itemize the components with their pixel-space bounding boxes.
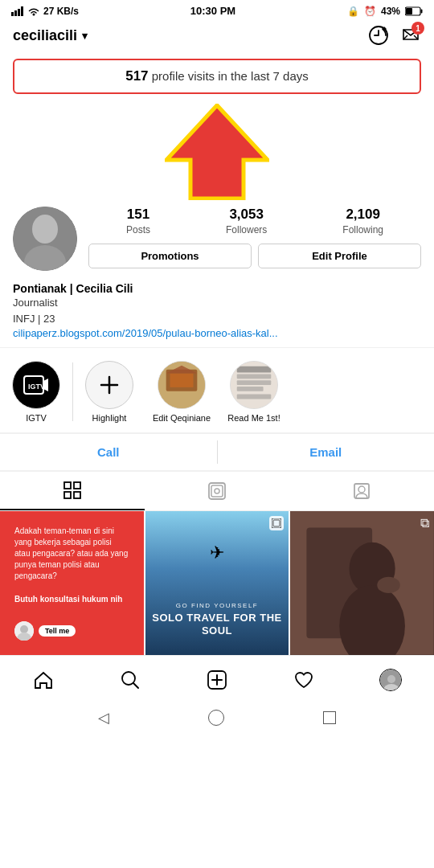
arrow-container xyxy=(0,100,434,200)
contact-row: Call Email xyxy=(0,433,434,471)
grid-cell-1[interactable]: Adakah teman-teman di sini yang bekerja … xyxy=(0,511,144,655)
igtv-circle: IGTV xyxy=(12,361,60,409)
bio-link[interactable]: cilipaperz.blogspot.com/2019/05/pulau-bo… xyxy=(13,327,278,339)
followers-stat[interactable]: 3,053 Followers xyxy=(226,207,267,235)
photo-grid: Adakah teman-teman di sini yang bekerja … xyxy=(0,511,434,655)
posts-count: 151 xyxy=(126,207,150,223)
lock-icon: 🔒 xyxy=(347,6,359,17)
travel-post: ✈ GO FIND YOURSELF SOLO TRAVEL FOR THE S… xyxy=(145,511,289,655)
bio-infj: INFJ | 23 xyxy=(13,311,421,327)
svg-rect-30 xyxy=(74,482,80,489)
stats-row: 151 Posts 3,053 Followers 2,109 Followin… xyxy=(88,207,421,235)
svg-rect-28 xyxy=(237,395,272,399)
tab-tagged[interactable] xyxy=(289,472,434,510)
svg-rect-25 xyxy=(237,374,272,379)
status-bar: 27 KB/s 10:30 PM 🔒 ⏰ 43% xyxy=(0,0,434,20)
svg-text:IGTV: IGTV xyxy=(28,383,45,391)
android-nav-bar: ◁ xyxy=(0,702,434,733)
bottom-nav xyxy=(0,655,434,702)
avatar xyxy=(13,207,77,271)
tab-grid[interactable] xyxy=(0,472,145,510)
home-button[interactable] xyxy=(208,710,224,726)
svg-rect-42 xyxy=(273,520,280,526)
likes-nav-item[interactable] xyxy=(284,664,324,696)
highlight-label: Highlight xyxy=(92,413,127,423)
travel-sub: GO FIND YOURSELF xyxy=(145,602,289,609)
activity-icon[interactable] xyxy=(368,25,389,46)
bio-name: Pontianak | Cecilia Cili xyxy=(13,282,421,295)
svg-rect-6 xyxy=(406,8,412,14)
home-nav-item[interactable] xyxy=(23,664,63,696)
top-nav-icons: 1 xyxy=(368,25,421,46)
profile-visits-banner: 517 profile visits in the last 7 days xyxy=(13,59,421,94)
wifi-icon xyxy=(27,6,40,17)
call-button[interactable]: Call xyxy=(0,434,217,470)
svg-rect-27 xyxy=(237,387,264,391)
svg-rect-31 xyxy=(64,492,71,498)
signal-icon xyxy=(11,6,24,17)
story-badge xyxy=(269,516,284,530)
highlight-readMe[interactable]: Read Me 1st! xyxy=(218,356,290,428)
recent-button[interactable] xyxy=(323,711,336,724)
posts-stat[interactable]: 151 Posts xyxy=(126,207,150,235)
highlight-igtv[interactable]: IGTV IGTV xyxy=(0,356,72,428)
svg-rect-0 xyxy=(11,12,14,16)
edit-profile-button[interactable]: Edit Profile xyxy=(258,244,421,268)
grid-cell-3[interactable]: ⧉ xyxy=(290,511,434,655)
tab-row xyxy=(0,471,434,511)
svg-rect-29 xyxy=(64,482,71,489)
person-post: ⧉ xyxy=(290,511,434,655)
svg-rect-26 xyxy=(237,380,272,385)
highlight-new[interactable]: Highlight xyxy=(73,356,145,428)
svg-rect-5 xyxy=(421,10,423,14)
readMe-circle xyxy=(230,361,278,409)
multiple-icon: ⧉ xyxy=(420,516,429,530)
email-button[interactable]: Email xyxy=(218,434,435,470)
visits-text: profile visits in the last 7 days xyxy=(152,69,309,83)
stats-area: 151 Posts 3,053 Followers 2,109 Followin… xyxy=(88,207,421,268)
data-speed: 27 KB/s xyxy=(43,6,79,17)
following-label: Following xyxy=(342,224,383,235)
grid-cell-2[interactable]: ✈ GO FIND YOURSELF SOLO TRAVEL FOR THE S… xyxy=(145,511,289,655)
readMe-label: Read Me 1st! xyxy=(227,413,280,423)
profile-section: 151 Posts 3,053 Followers 2,109 Followin… xyxy=(0,200,434,279)
svg-point-47 xyxy=(378,577,401,593)
svg-rect-3 xyxy=(21,6,23,16)
promotions-button[interactable]: Promotions xyxy=(88,244,252,268)
red-promo-line2: Butuh konsultasi hukum nih xyxy=(14,594,129,605)
svg-rect-1 xyxy=(14,10,17,16)
followers-count: 3,053 xyxy=(226,207,267,223)
qeqiniane-circle xyxy=(158,361,206,409)
new-post-nav-item[interactable] xyxy=(197,664,237,696)
avatar-wrapper[interactable] xyxy=(13,207,77,271)
following-stat[interactable]: 2,109 Following xyxy=(342,207,383,235)
red-promo-text: Adakah teman-teman di sini yang bekerja … xyxy=(14,526,129,582)
tab-reels[interactable] xyxy=(145,472,289,510)
status-left: 27 KB/s xyxy=(11,6,79,17)
red-promo-post: Adakah teman-teman di sini yang bekerja … xyxy=(0,511,144,655)
chevron-down-icon: ▾ xyxy=(82,30,88,42)
notification-badge[interactable]: 1 xyxy=(400,25,421,46)
svg-line-49 xyxy=(133,683,138,688)
status-time: 10:30 PM xyxy=(190,5,235,17)
qeqiniane-label: Edit Qeqiniane xyxy=(153,413,211,423)
visits-count: 517 xyxy=(125,68,148,84)
search-nav-item[interactable] xyxy=(110,664,150,696)
svg-point-39 xyxy=(20,625,28,633)
svg-point-35 xyxy=(215,489,219,493)
svg-rect-24 xyxy=(237,366,272,373)
back-button[interactable]: ◁ xyxy=(98,709,109,727)
top-nav: ceciliacili ▾ 1 xyxy=(0,20,434,52)
bio-section: Pontianak | Cecilia Cili Journalist INFJ… xyxy=(0,279,434,347)
svg-rect-2 xyxy=(18,9,20,16)
profile-visits-wrapper: 517 profile visits in the last 7 days xyxy=(0,52,434,100)
red-up-arrow xyxy=(165,104,269,200)
highlight-plus-circle xyxy=(85,361,133,409)
svg-rect-32 xyxy=(74,492,80,498)
following-count: 2,109 xyxy=(342,207,383,223)
profile-nav-item[interactable] xyxy=(371,664,411,696)
username-area[interactable]: ceciliacili ▾ xyxy=(13,27,88,44)
svg-marker-10 xyxy=(166,105,268,199)
highlight-qeqiniane[interactable]: Edit Qeqiniane xyxy=(145,356,218,428)
battery-icon xyxy=(405,6,423,17)
